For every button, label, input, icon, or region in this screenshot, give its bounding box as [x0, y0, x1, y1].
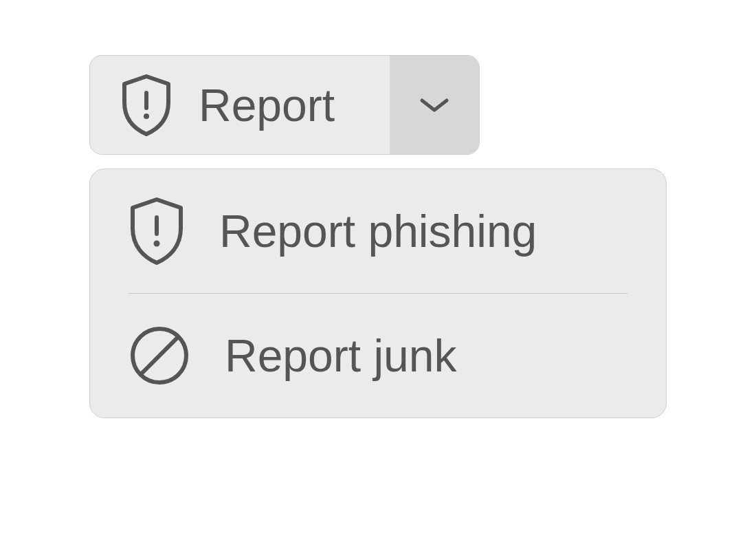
svg-line-5 — [141, 337, 178, 374]
chevron-down-icon — [419, 96, 449, 114]
shield-alert-icon — [120, 74, 173, 137]
report-dropdown-menu: Report phishing Report junk — [89, 169, 667, 418]
report-phishing-item[interactable]: Report phishing — [90, 169, 666, 293]
svg-point-1 — [144, 114, 149, 119]
report-dropdown-toggle[interactable] — [390, 56, 479, 154]
block-icon — [129, 325, 190, 387]
report-button-label: Report — [199, 79, 335, 131]
shield-alert-icon — [129, 197, 185, 266]
report-split-button: Report — [89, 55, 480, 155]
svg-point-3 — [154, 241, 160, 247]
menu-item-label: Report junk — [225, 329, 457, 382]
menu-item-label: Report phishing — [219, 205, 537, 257]
report-junk-item[interactable]: Report junk — [90, 294, 666, 418]
report-button[interactable]: Report — [90, 56, 390, 154]
